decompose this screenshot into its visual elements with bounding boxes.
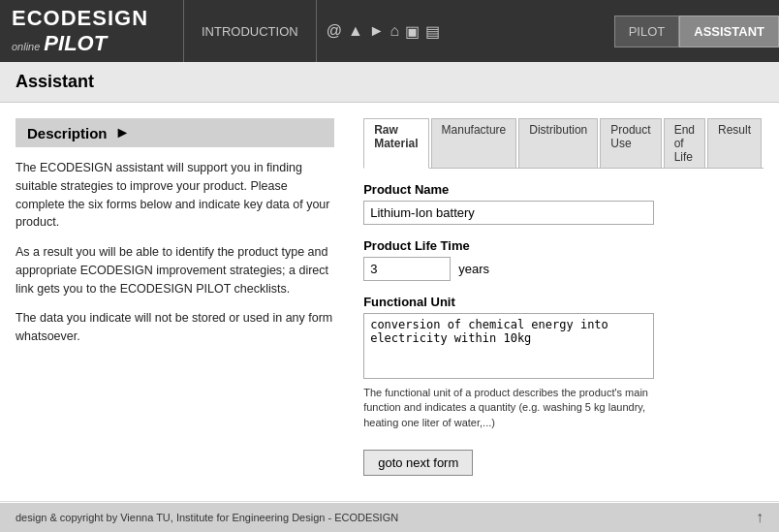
- product-lifetime-group: Product Life Time years: [363, 238, 763, 281]
- tabs-bar: Raw Material Manufacture Distribution Pr…: [363, 118, 763, 169]
- nav-assistant-button[interactable]: ASSISTANT: [679, 16, 779, 47]
- description-text: The ECODESIGN assistant will support you…: [16, 159, 334, 346]
- header: ECODESIGN online PILOT INTRODUCTION @ ▲ …: [0, 0, 779, 62]
- nav-pilot-button[interactable]: PILOT: [614, 16, 680, 47]
- toolbar-home-icon[interactable]: ⌂: [390, 22, 400, 40]
- toolbar-up-icon[interactable]: ▲: [348, 22, 363, 40]
- product-lifetime-label: Product Life Time: [363, 238, 763, 253]
- right-panel: Raw Material Manufacture Distribution Pr…: [354, 118, 763, 476]
- description-heading: Description: [27, 125, 108, 141]
- product-name-label: Product Name: [363, 182, 763, 197]
- toolbar-at-icon[interactable]: @: [327, 22, 342, 40]
- product-name-group: Product Name: [363, 182, 763, 225]
- product-lifetime-input[interactable]: [363, 257, 451, 281]
- functional-unit-textarea[interactable]: conversion of chemical energy into elect…: [363, 313, 654, 379]
- goto-next-form-button[interactable]: goto next form: [363, 450, 473, 476]
- product-name-input[interactable]: [363, 201, 654, 225]
- footer-copyright: design & copyright by Vienna TU, Institu…: [16, 512, 398, 523]
- tab-result[interactable]: Result: [707, 118, 762, 168]
- page-title: Assistant: [16, 72, 94, 91]
- toolbar: @ ▲ ► ⌂ ▣ ▤: [317, 22, 451, 41]
- functional-unit-group: Functional Unit conversion of chemical e…: [363, 295, 763, 430]
- header-right-nav: PILOT ASSISTANT: [614, 16, 779, 47]
- description-para2: As a result you will be able to identify…: [16, 243, 334, 297]
- tab-product-use[interactable]: Product Use: [600, 118, 661, 168]
- logo-online: online: [12, 41, 40, 52]
- description-header: Description ►: [16, 118, 334, 147]
- left-panel: Description ► The ECODESIGN assistant wi…: [16, 118, 354, 476]
- description-para3: The data you indicate will not be stored…: [16, 309, 334, 346]
- years-label: years: [458, 262, 489, 276]
- toolbar-save-icon[interactable]: ▤: [425, 22, 440, 41]
- description-para1: The ECODESIGN assistant will support you…: [16, 159, 334, 232]
- scroll-up-icon[interactable]: ↑: [756, 509, 763, 526]
- main-content: Description ► The ECODESIGN assistant wi…: [0, 103, 779, 491]
- tab-manufacture[interactable]: Manufacture: [431, 118, 517, 168]
- nav-introduction[interactable]: INTRODUCTION: [184, 0, 317, 62]
- tab-raw-material[interactable]: Raw Material: [363, 118, 428, 169]
- logo-area: ECODESIGN online PILOT: [0, 0, 184, 62]
- bottom-bar: design & copyright by Vienna TU, Institu…: [0, 503, 779, 532]
- page-title-bar: Assistant: [0, 62, 779, 103]
- toolbar-play-icon[interactable]: ►: [369, 22, 385, 40]
- functional-unit-label: Functional Unit: [363, 295, 763, 309]
- description-arrow-icon: ►: [115, 124, 131, 141]
- tab-end-of-life[interactable]: End of Life: [664, 118, 705, 168]
- lifetime-inline: years: [363, 257, 763, 281]
- toolbar-doc-icon[interactable]: ▣: [405, 22, 420, 41]
- logo-ecodesign: ECODESIGN: [12, 6, 171, 31]
- tab-distribution[interactable]: Distribution: [518, 118, 598, 168]
- logo-pilot: PILOT: [44, 31, 107, 56]
- functional-unit-hint: The functional unit of a product describ…: [363, 386, 654, 430]
